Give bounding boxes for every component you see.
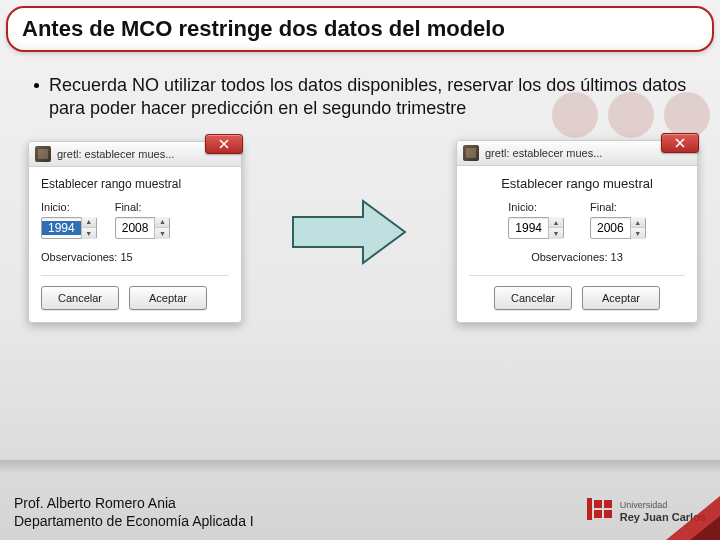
start-spinner[interactable]: 1994 ▲▼: [508, 217, 564, 239]
slide-content: Recuerda NO utilizar todos los datos dis…: [0, 52, 720, 323]
spinner-buttons[interactable]: ▲▼: [548, 217, 563, 239]
chevron-down-icon[interactable]: ▼: [549, 228, 563, 239]
logo-mark-icon: [584, 498, 612, 526]
start-field: Inicio: 1994 ▲▼: [41, 201, 97, 239]
shadow-strip: [0, 460, 720, 474]
app-icon: [35, 146, 51, 162]
start-field: Inicio: 1994 ▲▼: [508, 201, 564, 239]
svg-marker-0: [293, 201, 405, 263]
start-value: 1994: [509, 221, 548, 235]
observations-text: Observaciones: 13: [469, 251, 685, 263]
accept-button[interactable]: Aceptar: [582, 286, 660, 310]
close-button[interactable]: [205, 134, 243, 154]
footer: Prof. Alberto Romero Ania Departamento d…: [0, 488, 720, 540]
titlebar: gretl: establecer mues...: [457, 141, 697, 166]
chevron-up-icon[interactable]: ▲: [155, 217, 169, 228]
start-spinner[interactable]: 1994 ▲▼: [41, 217, 97, 239]
corner-triangle-icon: [690, 516, 720, 540]
start-label: Inicio:: [41, 201, 97, 213]
bullet-text: Recuerda NO utilizar todos los datos dis…: [49, 74, 696, 120]
start-value: 1994: [42, 221, 81, 235]
titlebar: gretl: establecer mues...: [29, 142, 241, 167]
separator: [41, 275, 229, 276]
chevron-down-icon[interactable]: ▼: [82, 228, 96, 239]
spinner-buttons[interactable]: ▲▼: [81, 217, 96, 239]
close-icon: [675, 138, 685, 148]
chevron-down-icon[interactable]: ▼: [155, 228, 169, 239]
close-icon: [219, 139, 229, 149]
window-title: gretl: establecer mues...: [485, 147, 602, 159]
arrow-icon: [289, 195, 409, 269]
sample-range-dialog-before: gretl: establecer mues... Establecer ran…: [28, 141, 242, 323]
sample-range-dialog-after: gretl: establecer mues... Establecer ran…: [456, 140, 698, 323]
dialog-body: Establecer rango muestral Inicio: 1994 ▲…: [457, 166, 697, 322]
window-title: gretl: establecer mues...: [57, 148, 174, 160]
end-field: Final: 2006 ▲▼: [590, 201, 646, 239]
dialog-body: Establecer rango muestral Inicio: 1994 ▲…: [29, 167, 241, 322]
chevron-down-icon[interactable]: ▼: [631, 228, 645, 239]
end-label: Final:: [115, 201, 171, 213]
end-value: 2008: [116, 221, 155, 235]
dialog-heading: Establecer rango muestral: [41, 177, 229, 191]
dialog-row: gretl: establecer mues... Establecer ran…: [18, 140, 702, 323]
dialog-heading: Establecer rango muestral: [469, 176, 685, 191]
end-spinner[interactable]: 2008 ▲▼: [115, 217, 171, 239]
chevron-up-icon[interactable]: ▲: [631, 217, 645, 228]
cancel-button[interactable]: Cancelar: [494, 286, 572, 310]
slide-title-banner: Antes de MCO restringe dos datos del mod…: [6, 6, 714, 52]
slide-title: Antes de MCO restringe dos datos del mod…: [22, 16, 698, 42]
end-label: Final:: [590, 201, 646, 213]
close-button[interactable]: [661, 133, 699, 153]
end-spinner[interactable]: 2006 ▲▼: [590, 217, 646, 239]
accept-button[interactable]: Aceptar: [129, 286, 207, 310]
chevron-up-icon[interactable]: ▲: [82, 217, 96, 228]
cancel-button[interactable]: Cancelar: [41, 286, 119, 310]
end-field: Final: 2008 ▲▼: [115, 201, 171, 239]
start-label: Inicio:: [508, 201, 564, 213]
chevron-up-icon[interactable]: ▲: [549, 217, 563, 228]
app-icon: [463, 145, 479, 161]
end-value: 2006: [591, 221, 630, 235]
spinner-buttons[interactable]: ▲▼: [630, 217, 645, 239]
bullet-icon: [34, 83, 39, 88]
spinner-buttons[interactable]: ▲▼: [154, 217, 169, 239]
bullet-item: Recuerda NO utilizar todos los datos dis…: [34, 74, 696, 120]
observations-text: Observaciones: 15: [41, 251, 229, 263]
author-name: Prof. Alberto Romero Ania: [14, 494, 254, 512]
arrow: [285, 195, 413, 269]
separator: [469, 275, 685, 276]
author-dept: Departamento de Economía Aplicada I: [14, 512, 254, 530]
footer-author: Prof. Alberto Romero Ania Departamento d…: [14, 494, 254, 530]
